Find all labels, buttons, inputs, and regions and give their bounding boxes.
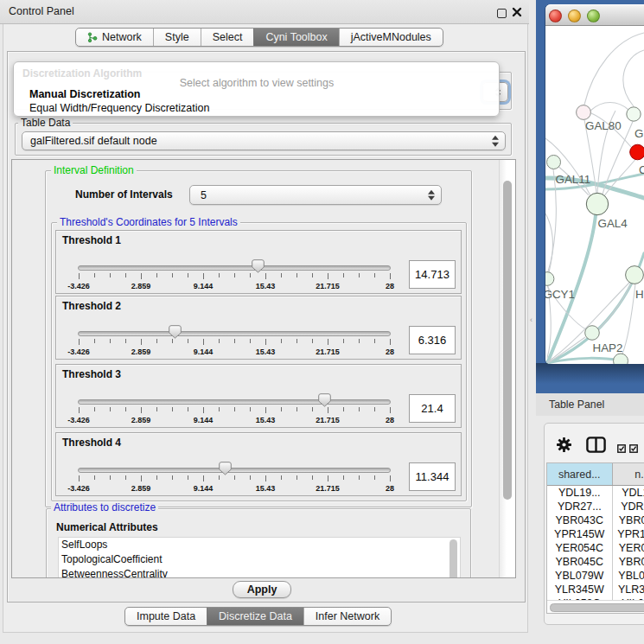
float-window-icon[interactable] — [497, 9, 507, 18]
table-row[interactable]: YDR27...YDR27... — [547, 500, 644, 513]
attributes-group-label: Attributes to discretize — [51, 502, 158, 513]
network-edge[interactable] — [590, 103, 628, 112]
network-node[interactable] — [585, 326, 600, 341]
slider-tick — [219, 407, 220, 411]
slider-tick-label: 28 — [386, 282, 394, 290]
slider-tick — [141, 407, 142, 413]
slider-track[interactable] — [78, 468, 391, 473]
slider-tick-label: 9.144 — [194, 484, 214, 493]
table-cell: YLR345W — [547, 583, 613, 596]
table-cell: YDL19... — [547, 486, 613, 500]
network-node[interactable] — [586, 193, 608, 214]
network-window-titlebar[interactable] — [545, 4, 644, 26]
slider-tick — [156, 273, 157, 277]
slider-tick — [281, 475, 282, 480]
checkbox-icon[interactable] — [629, 441, 639, 456]
close-traffic-light-icon[interactable] — [549, 10, 562, 22]
slider-thumb[interactable] — [318, 393, 331, 407]
tab-label: Infer Network — [316, 610, 379, 622]
table-data-group-label: Table Data — [18, 118, 73, 129]
table-hscrollbar-track[interactable] — [547, 600, 644, 613]
threshold-value-field[interactable]: 14.713 — [409, 260, 456, 289]
tab-style[interactable]: Style — [153, 29, 201, 46]
network-edge[interactable] — [623, 50, 644, 106]
slider-tick — [125, 339, 126, 343]
column-layout-icon[interactable] — [586, 437, 606, 456]
table-cell: YBR043C — [613, 513, 644, 527]
viewport-scrollbar-track[interactable] — [499, 160, 515, 577]
settings-gear-icon[interactable] — [557, 437, 571, 456]
table-hscrollbar-thumb[interactable] — [550, 603, 644, 613]
tab-infer-network[interactable]: Infer Network — [303, 608, 391, 625]
slider-tick — [79, 273, 80, 279]
apply-button[interactable]: Apply — [233, 581, 291, 598]
table-column-header-n[interactable]: n... — [613, 463, 644, 485]
slider-tick — [172, 273, 173, 277]
threshold-value-field[interactable]: 21.4 — [409, 394, 456, 423]
zoom-traffic-light-icon[interactable] — [587, 10, 600, 22]
table-row[interactable]: YLR345WYLR345W — [547, 583, 644, 596]
attribute-list-item[interactable]: SelfLoops — [59, 538, 460, 552]
network-canvas[interactable]: GAL80G.CGAL11GAL4GCY1HHAP2 — [545, 26, 644, 364]
checkbox-icon[interactable] — [617, 441, 627, 456]
table-cell: YPR145W — [613, 527, 644, 541]
tab-discretize-data[interactable]: Discretize Data — [207, 608, 303, 625]
table-row[interactable]: YBR045CYBR045C — [547, 555, 644, 569]
minimize-traffic-light-icon[interactable] — [568, 10, 581, 22]
close-icon[interactable] — [512, 7, 522, 17]
slider-tick — [374, 407, 375, 411]
tab-cyni-toolbox[interactable]: Cyni Toolbox — [253, 29, 338, 46]
tab-select[interactable]: Select — [201, 29, 254, 46]
network-edge[interactable] — [545, 214, 552, 272]
slider-track[interactable] — [78, 265, 391, 271]
slider-thumb[interactable] — [219, 462, 232, 475]
slider-tick-label: 21.715 — [316, 484, 340, 493]
network-node[interactable] — [614, 354, 628, 364]
slider-thumb[interactable] — [252, 259, 265, 273]
table-row[interactable]: YDL19...YDL19... — [547, 486, 644, 500]
table-row[interactable]: YPR145WYPR145W — [547, 527, 644, 541]
popup-item-equal-width[interactable]: Equal Width/Frequency Discretization — [29, 102, 496, 115]
slider-track[interactable] — [78, 331, 391, 336]
table-row[interactable]: YBL079WYBL079W — [547, 569, 644, 583]
table-column-header-shared[interactable]: shared... — [547, 463, 613, 485]
network-node[interactable] — [630, 144, 644, 160]
network-node[interactable] — [577, 105, 591, 120]
threshold-panel-1: Threshold 1-3.4262.8599.14415.4321.71528… — [55, 230, 462, 294]
network-node[interactable] — [547, 156, 561, 169]
slider-thumb[interactable] — [169, 325, 182, 339]
table-row[interactable]: YER054CYER054C — [547, 541, 644, 555]
slider-tick-label: -3.426 — [67, 282, 90, 290]
table-cell: YBL079W — [613, 569, 644, 583]
number-of-intervals-label: Number of Intervals — [75, 188, 173, 201]
slider-tick — [141, 339, 142, 345]
table-data-combobox[interactable]: galFiltered.sif default node — [22, 131, 506, 150]
split-pane-handle[interactable]: ‹ — [530, 316, 534, 324]
attribute-list-item[interactable]: BetweennessCentrality — [59, 567, 460, 578]
network-node[interactable] — [627, 107, 641, 121]
table-row[interactable]: YBR043CYBR043C — [547, 513, 644, 527]
numerical-attributes-list[interactable]: SelfLoopsTopologicalCoefficientBetweenne… — [58, 537, 461, 578]
attribute-list-item[interactable]: TopologicalCoefficient — [59, 552, 460, 567]
table-panel-area: shared...n... YDL19...YDL19...YDR27...YD… — [536, 416, 644, 644]
network-edge[interactable] — [584, 33, 644, 105]
network-node[interactable] — [626, 266, 644, 284]
network-node[interactable] — [545, 272, 554, 286]
slider-tick — [250, 475, 251, 480]
threshold-value-field[interactable]: 6.316 — [409, 326, 456, 354]
threshold-value-field[interactable]: 11.344 — [409, 462, 456, 491]
tab-impute-data[interactable]: Impute Data — [125, 608, 207, 625]
threshold-label: Threshold 1 — [62, 234, 121, 246]
tab-network[interactable]: Network — [76, 29, 153, 46]
slider-tick — [125, 475, 126, 480]
number-of-intervals-combobox[interactable]: 5 — [189, 185, 442, 205]
slider-tick — [359, 407, 360, 411]
list-scrollbar-thumb[interactable] — [450, 539, 457, 578]
slider-track[interactable] — [78, 399, 391, 405]
popup-item-manual-discretization[interactable]: Manual Discretization — [29, 88, 496, 101]
slider-tick-label: 9.144 — [194, 282, 214, 290]
slider-tick-label: 2.859 — [131, 282, 151, 290]
viewport-scrollbar-thumb[interactable] — [503, 181, 512, 500]
threshold-label: Threshold 4 — [62, 437, 121, 449]
tab-jactivemnodules[interactable]: jActiveMNodules — [339, 29, 443, 46]
